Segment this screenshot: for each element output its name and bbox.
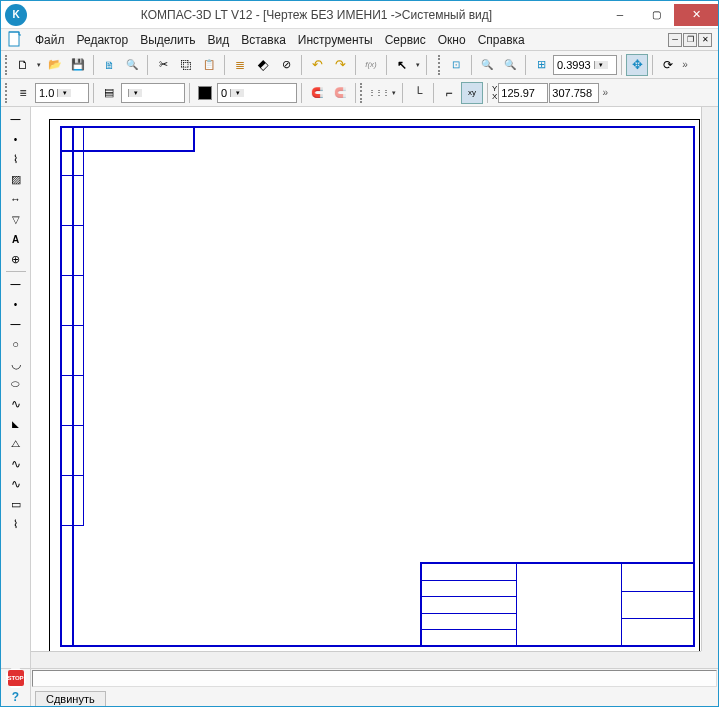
menu-select[interactable]: Выделить <box>134 31 201 49</box>
menu-file[interactable]: Файл <box>29 31 71 49</box>
color-button[interactable] <box>194 82 216 104</box>
open-button[interactable] <box>44 54 66 76</box>
help-icon[interactable]: ? <box>8 689 24 705</box>
circle-tool-button[interactable] <box>5 334 27 354</box>
print-button[interactable] <box>98 54 120 76</box>
variables-button[interactable] <box>360 54 382 76</box>
hatch-tool-button[interactable] <box>5 169 27 189</box>
aux-line-tool-button[interactable] <box>5 314 27 334</box>
toolbar-grip[interactable] <box>438 55 442 75</box>
toolbar-grip[interactable] <box>360 83 364 103</box>
zoom-in-button[interactable] <box>476 54 498 76</box>
vertical-scrollbar[interactable] <box>701 107 718 651</box>
delete-button[interactable] <box>275 54 297 76</box>
eraser-button[interactable] <box>252 54 274 76</box>
pan-button[interactable] <box>626 54 648 76</box>
rectangle-tool-button[interactable] <box>5 494 27 514</box>
toolbar-overflow[interactable] <box>680 54 690 76</box>
color-dropdown-icon[interactable] <box>230 89 244 97</box>
snap-off-button[interactable] <box>329 82 351 104</box>
toolbar-grip[interactable] <box>5 55 9 75</box>
menu-tools[interactable]: Инструменты <box>292 31 379 49</box>
segment-tool-button[interactable] <box>5 274 27 294</box>
bezier-tool-button[interactable] <box>5 454 27 474</box>
toolbar-overflow[interactable] <box>600 82 610 104</box>
yx-label: Y X <box>492 85 497 101</box>
new-dropdown[interactable] <box>35 61 43 69</box>
menu-edit[interactable]: Редактор <box>71 31 135 49</box>
coord-x-input[interactable] <box>498 83 548 103</box>
line-style-button[interactable] <box>12 82 34 104</box>
roughness-tool-button[interactable] <box>5 209 27 229</box>
maximize-button[interactable] <box>638 4 674 26</box>
coord-y-input[interactable] <box>549 83 599 103</box>
horizontal-scrollbar[interactable] <box>31 651 701 668</box>
axis-tool-button[interactable] <box>5 249 27 269</box>
document-icon[interactable] <box>7 31 25 49</box>
mdi-minimize-button[interactable]: ─ <box>668 33 682 47</box>
ellipse-tool-button[interactable] <box>5 374 27 394</box>
svg-rect-0 <box>9 32 19 46</box>
break-tool-button[interactable] <box>5 434 27 454</box>
menu-view[interactable]: Вид <box>202 31 236 49</box>
redraw-button[interactable] <box>657 54 679 76</box>
undo-button[interactable] <box>306 54 328 76</box>
coord-tracking-button[interactable] <box>461 82 483 104</box>
grid-button[interactable] <box>367 82 389 104</box>
layer-combo[interactable] <box>121 83 185 103</box>
color-combo[interactable]: 0 <box>217 83 297 103</box>
paste-button[interactable] <box>198 54 220 76</box>
selection-button[interactable] <box>391 54 413 76</box>
mdi-restore-button[interactable]: ❐ <box>683 33 697 47</box>
cut-button[interactable] <box>152 54 174 76</box>
aux-point-tool-button[interactable] <box>5 294 27 314</box>
selection-dropdown[interactable] <box>414 61 422 69</box>
layer-button[interactable] <box>98 82 120 104</box>
menu-help[interactable]: Справка <box>472 31 531 49</box>
redo-button[interactable] <box>329 54 351 76</box>
drawing-canvas[interactable] <box>31 107 718 668</box>
zoom-out-button[interactable] <box>499 54 521 76</box>
app-icon: K <box>5 4 27 26</box>
toolbar-grip[interactable] <box>5 83 9 103</box>
new-button[interactable] <box>12 54 34 76</box>
print-preview-button[interactable] <box>121 54 143 76</box>
menu-service[interactable]: Сервис <box>379 31 432 49</box>
grid-dropdown[interactable] <box>390 89 398 97</box>
zoom-fit-button[interactable] <box>530 54 552 76</box>
color-value[interactable]: 0 <box>218 87 230 99</box>
properties-button[interactable] <box>229 54 251 76</box>
save-button[interactable] <box>67 54 89 76</box>
ortho-button[interactable] <box>407 82 429 104</box>
title-block-stamp <box>420 562 695 647</box>
menu-window[interactable]: Окно <box>432 31 472 49</box>
point-tool-button[interactable] <box>5 129 27 149</box>
contour-tool-button[interactable] <box>5 514 27 534</box>
menu-insert[interactable]: Вставка <box>235 31 292 49</box>
local-cs-button[interactable] <box>438 82 460 104</box>
snap-on-button[interactable] <box>306 82 328 104</box>
minimize-button[interactable] <box>602 4 638 26</box>
polyline-tool-button[interactable] <box>5 149 27 169</box>
layer-dropdown-icon[interactable] <box>128 89 142 97</box>
zoom-dropdown-icon[interactable] <box>594 61 608 69</box>
spline-tool-button[interactable] <box>5 394 27 414</box>
line-width-value[interactable]: 1.0 <box>36 87 57 99</box>
close-button[interactable] <box>674 4 718 26</box>
command-line[interactable] <box>32 670 717 687</box>
stop-icon[interactable]: STOP <box>8 670 24 686</box>
copy-button[interactable] <box>175 54 197 76</box>
mdi-close-button[interactable]: ✕ <box>698 33 712 47</box>
text-tool-button[interactable] <box>5 229 27 249</box>
line-width-dropdown-icon[interactable] <box>57 89 71 97</box>
chamfer-tool-button[interactable] <box>5 414 27 434</box>
nurbs-tool-button[interactable] <box>5 474 27 494</box>
line-tool-button[interactable] <box>5 109 27 129</box>
arc-tool-button[interactable] <box>5 354 27 374</box>
zoom-window-button[interactable] <box>445 54 467 76</box>
dimension-tool-button[interactable] <box>5 189 27 209</box>
zoom-combo[interactable]: 0.3993 <box>553 55 617 75</box>
tab-shift[interactable]: Сдвинуть <box>35 691 106 706</box>
zoom-value[interactable]: 0.3993 <box>554 59 594 71</box>
line-width-combo[interactable]: 1.0 <box>35 83 89 103</box>
